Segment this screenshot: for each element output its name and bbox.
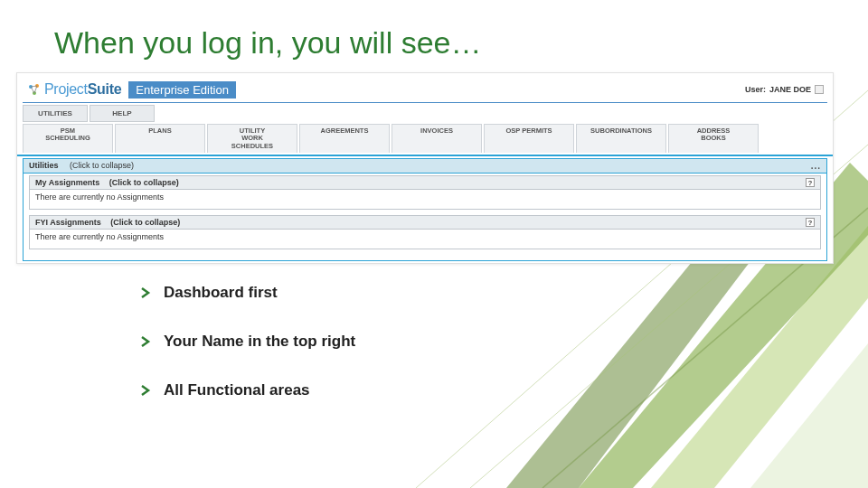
app-screenshot: ProjectSuite Enterprise Edition User: JA… <box>16 72 834 264</box>
chevron-right-icon <box>140 287 151 298</box>
subtab-osp[interactable]: OSP PERMITS <box>484 124 574 153</box>
top-menu: UTILITIES HELP <box>17 103 833 124</box>
subtab-psm[interactable]: PSMSCHEDULING <box>23 124 113 153</box>
key-icon[interactable] <box>815 85 824 94</box>
list-item: All Functional areas <box>140 381 773 399</box>
my-assignments-hint: (Click to collapse) <box>109 178 179 187</box>
subtab-subordinations[interactable]: SUBORDINATIONS <box>576 124 666 153</box>
subtab-agreements[interactable]: AGREEMENTS <box>299 124 390 153</box>
fyi-assignments-hint: (Click to collapse) <box>110 218 180 227</box>
subtab-row: PSMSCHEDULING PLANS UTILITYWORKSCHEDULES… <box>17 124 833 156</box>
my-assignments-header[interactable]: My Assignments (Click to collapse) ? <box>29 175 821 190</box>
panel-hint: (Click to collapse) <box>70 161 134 170</box>
my-assignments-body: There are currently no Assignments <box>29 190 821 210</box>
fyi-assignments-header[interactable]: FYI Assignments (Click to collapse) ? <box>29 215 821 230</box>
my-assignments-title: My Assignments <box>35 178 99 187</box>
panel-menu-icon[interactable]: ... <box>811 161 821 171</box>
subtab-uws[interactable]: UTILITYWORKSCHEDULES <box>207 124 297 153</box>
list-item: Your Name in the top right <box>140 333 773 351</box>
fyi-assignments-title: FYI Assignments <box>35 218 101 227</box>
chevron-right-icon <box>140 336 151 347</box>
subtab-address[interactable]: ADDRESSBOOKS <box>668 124 759 153</box>
panel-title: Utilities <box>29 161 59 170</box>
subtab-plans[interactable]: PLANS <box>115 124 205 153</box>
utilities-panel-body: My Assignments (Click to collapse) ? The… <box>23 174 827 261</box>
bullet-text: Your Name in the top right <box>164 333 355 351</box>
help-icon[interactable]: ? <box>806 178 815 187</box>
bullet-text: Dashboard first <box>164 284 278 302</box>
svg-line-12 <box>31 87 34 93</box>
user-info: User: JANE DOE <box>745 85 824 94</box>
utilities-panel-header[interactable]: Utilities (Click to collapse) ... <box>23 158 827 174</box>
slide-title: When you log in, you will see… <box>54 25 481 61</box>
list-item: Dashboard first <box>140 284 773 302</box>
bullet-list: Dashboard first Your Name in the top rig… <box>140 284 773 430</box>
menu-utilities[interactable]: UTILITIES <box>23 105 88 122</box>
help-icon[interactable]: ? <box>806 218 815 227</box>
logo-text: ProjectSuite <box>44 81 121 98</box>
menu-help[interactable]: HELP <box>90 105 155 122</box>
bullet-text: All Functional areas <box>164 381 310 399</box>
app-logo: ProjectSuite Enterprise Edition <box>26 81 236 99</box>
edition-badge: Enterprise Edition <box>128 81 236 99</box>
fyi-assignments-body: There are currently no Assignments <box>29 230 821 249</box>
logo-icon <box>26 82 41 97</box>
chevron-right-icon <box>140 385 151 396</box>
subtab-invoices[interactable]: INVOICES <box>392 124 482 153</box>
